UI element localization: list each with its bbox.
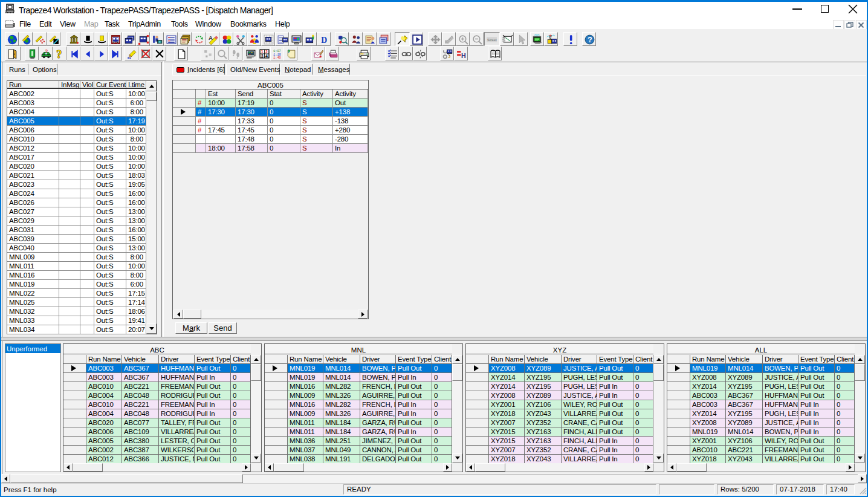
svg-text:3: 3: [261, 54, 264, 58]
svg-text:?: ?: [45, 49, 48, 54]
svg-text:?: ?: [56, 49, 62, 59]
svg-text:D: D: [321, 36, 327, 45]
svg-text:?: ?: [588, 35, 592, 44]
svg-text:4: 4: [265, 54, 268, 58]
svg-text:Street: Street: [487, 38, 497, 42]
svg-text:A: A: [209, 34, 213, 41]
svg-text:1:40: 1:40: [273, 56, 281, 59]
svg-text:H: H: [461, 52, 466, 59]
